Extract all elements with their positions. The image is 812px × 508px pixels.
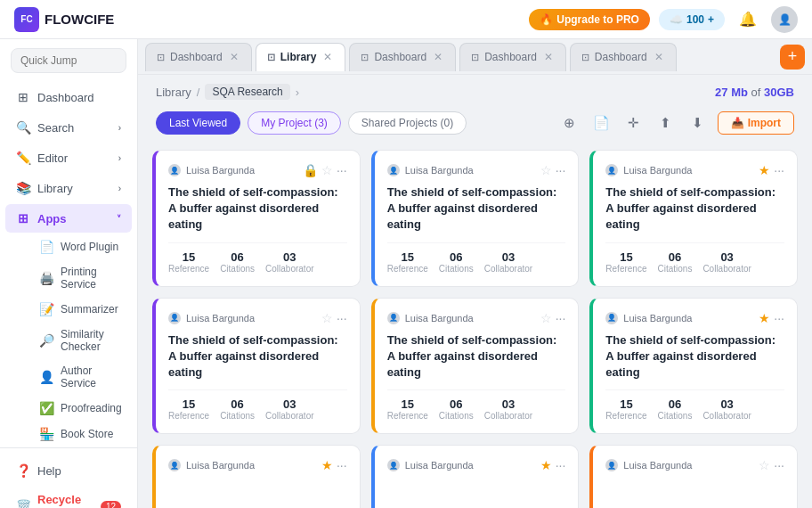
import-button[interactable]: 📥 Import bbox=[718, 111, 794, 135]
stat-citations: 06 Citations bbox=[657, 397, 692, 421]
sidebar-item-proofreading[interactable]: ✅ Proofreading bbox=[30, 396, 132, 421]
sidebar-item-apps[interactable]: ⊞ Apps ˅ bbox=[5, 204, 132, 233]
star-button[interactable]: ★ bbox=[759, 311, 770, 325]
tab-dashboard-2[interactable]: ⊡ Dashboard ✕ bbox=[349, 43, 456, 71]
card-item[interactable]: 👤 Luisa Bargunda ☆ ··· The shield of sel… bbox=[371, 150, 580, 287]
card-item[interactable]: 👤 Luisa Bargunda 🔒 ☆ ··· The shield of s… bbox=[152, 150, 361, 287]
dashboard-icon: ⊞ bbox=[16, 90, 30, 104]
sidebar-item-word-plugin[interactable]: 📄 Word Plugin bbox=[30, 234, 132, 259]
author-avatar: 👤 bbox=[605, 312, 618, 324]
notifications-button[interactable]: 🔔 bbox=[734, 5, 762, 34]
tab-close-button[interactable]: ✕ bbox=[321, 51, 334, 63]
more-options-button[interactable]: ··· bbox=[774, 458, 784, 472]
more-options-button[interactable]: ··· bbox=[556, 458, 566, 472]
card-title: The shield of self-compassion: A buffer … bbox=[387, 332, 566, 381]
more-options-button[interactable]: ··· bbox=[774, 311, 784, 325]
similarity-icon: 🔎 bbox=[39, 333, 53, 348]
stat-num: 06 bbox=[657, 397, 692, 411]
star-button[interactable]: ★ bbox=[321, 458, 333, 472]
upgrade-button[interactable]: 🔥 Upgrade to PRO bbox=[529, 9, 650, 30]
tab-close-button[interactable]: ✕ bbox=[653, 51, 665, 63]
stat-label: Citations bbox=[439, 411, 474, 421]
import-label: Import bbox=[748, 117, 781, 129]
sidebar-item-similarity-checker[interactable]: 🔎 Similarity Checker bbox=[30, 323, 132, 358]
tab-dashboard-3[interactable]: ⊡ Dashboard ✕ bbox=[459, 43, 566, 71]
filter-last-viewed[interactable]: Last Viewed bbox=[156, 111, 240, 135]
star-button[interactable]: ☆ bbox=[759, 458, 770, 472]
breadcrumb-root[interactable]: Library bbox=[156, 86, 191, 99]
more-options-button[interactable]: ··· bbox=[556, 163, 566, 177]
tab-library[interactable]: ⊡ Library ✕ bbox=[256, 43, 346, 71]
more-options-button[interactable]: ··· bbox=[556, 311, 566, 325]
tab-close-button[interactable]: ✕ bbox=[228, 51, 240, 63]
tab-dashboard-4[interactable]: ⊡ Dashboard ✕ bbox=[570, 43, 677, 71]
stat-num: 06 bbox=[657, 250, 692, 264]
star-button[interactable]: ☆ bbox=[540, 163, 552, 177]
move-action-button[interactable]: ✛ bbox=[621, 111, 646, 135]
author-icon: 👤 bbox=[39, 370, 53, 384]
search-input[interactable] bbox=[11, 48, 126, 73]
fire-icon: 🔥 bbox=[540, 13, 553, 26]
apps-submenu: 📄 Word Plugin 🖨️ Printing Service 📝 Summ… bbox=[0, 234, 137, 447]
upload-action-button[interactable]: ⬆ bbox=[654, 111, 678, 135]
stat-citations: 06 Citations bbox=[657, 250, 692, 274]
tab-close-button[interactable]: ✕ bbox=[432, 51, 444, 63]
tab-dashboard-1[interactable]: ⊡ Dashboard ✕ bbox=[145, 43, 252, 71]
filter-my-project[interactable]: My Project (3) bbox=[248, 111, 341, 135]
sidebar-item-help[interactable]: ❓ Help bbox=[5, 456, 132, 485]
stat-references: 15 Reference bbox=[605, 397, 646, 421]
add-tab-button[interactable]: + bbox=[780, 45, 805, 70]
card-title: The shield of self-compassion: A buffer … bbox=[168, 332, 347, 381]
tab-close-button[interactable]: ✕ bbox=[542, 51, 555, 63]
stat-collaborators: 03 Collaborator bbox=[702, 397, 751, 421]
stat-label: Collaborator bbox=[265, 411, 313, 421]
card-author: 👤 Luisa Bargunda bbox=[605, 459, 692, 471]
stat-citations: 06 Citations bbox=[439, 397, 474, 421]
card-actions: ☆ ··· bbox=[540, 163, 566, 177]
star-button[interactable]: ★ bbox=[540, 458, 552, 472]
stat-label: Reference bbox=[387, 411, 428, 421]
star-button[interactable]: ☆ bbox=[321, 311, 333, 325]
storage-label: of bbox=[751, 86, 761, 99]
card-header: 👤 Luisa Bargunda 🔒 ☆ ··· bbox=[168, 163, 347, 177]
card-item[interactable]: 👤 Luisa Bargunda ★ ··· 15 Reference 06 C… bbox=[152, 445, 361, 508]
card-item[interactable]: 👤 Luisa Bargunda ★ ··· The shield of sel… bbox=[589, 298, 798, 435]
card-item[interactable]: 👤 Luisa Bargunda ☆ ··· The shield of sel… bbox=[152, 298, 361, 435]
coins-button[interactable]: ☁️ 100 + bbox=[659, 9, 725, 30]
more-options-button[interactable]: ··· bbox=[774, 163, 784, 177]
card-item[interactable]: 👤 Luisa Bargunda ★ ··· The shield of sel… bbox=[589, 150, 798, 287]
sidebar-item-recycle-bin[interactable]: 🗑️ Recycle Bin 12 bbox=[5, 486, 132, 508]
card-item[interactable]: 👤 Luisa Bargunda ☆ ··· The shield of sel… bbox=[371, 298, 580, 435]
sidebar-item-author-service[interactable]: 👤 Author Service bbox=[30, 359, 132, 395]
header: FC FLOWCIFE 🔥 Upgrade to PRO ☁️ 100 + 🔔 … bbox=[0, 0, 812, 39]
card-actions: ★ ··· bbox=[759, 311, 784, 325]
file-action-button[interactable]: 📄 bbox=[589, 111, 614, 135]
add-action-button[interactable]: ⊕ bbox=[557, 111, 582, 135]
sidebar-item-summarizer[interactable]: 📝 Summarizer bbox=[30, 297, 132, 322]
sidebar-item-search[interactable]: 🔍 Search › bbox=[5, 113, 132, 142]
card-item[interactable]: 👤 Luisa Bargunda ★ ··· 15 Reference 06 C… bbox=[371, 445, 580, 508]
more-options-button[interactable]: ··· bbox=[337, 311, 347, 325]
filter-shared-projects[interactable]: Shared Projects (0) bbox=[348, 111, 467, 135]
star-button[interactable]: ★ bbox=[759, 163, 770, 177]
logo-icon: FC bbox=[14, 7, 39, 32]
breadcrumb-current[interactable]: SQA Research bbox=[205, 84, 289, 100]
tab-label: Dashboard bbox=[484, 51, 537, 63]
library-header: Library / SQA Research › 27 Mb of 30GB bbox=[138, 75, 812, 105]
sidebar-item-book-store[interactable]: 🏪 Book Store bbox=[30, 422, 132, 447]
sidebar-item-library[interactable]: 📚 Library › bbox=[5, 174, 132, 202]
star-button[interactable]: ☆ bbox=[321, 163, 333, 177]
download-action-button[interactable]: ⬇ bbox=[686, 111, 710, 135]
more-options-button[interactable]: ··· bbox=[337, 458, 347, 472]
star-button[interactable]: ☆ bbox=[540, 311, 552, 325]
card-header: 👤 Luisa Bargunda ☆ ··· bbox=[387, 163, 566, 177]
sidebar-item-editor[interactable]: ✏️ Editor › bbox=[5, 143, 132, 172]
more-options-button[interactable]: ··· bbox=[337, 163, 347, 177]
card-item[interactable]: 👤 Luisa Bargunda ☆ ··· 15 Reference 06 C… bbox=[589, 445, 798, 508]
sidebar-item-printing-service[interactable]: 🖨️ Printing Service bbox=[30, 260, 132, 296]
sidebar-item-dashboard[interactable]: ⊞ Dashboard bbox=[5, 83, 132, 111]
stat-references: 15 Reference bbox=[605, 250, 646, 274]
avatar[interactable]: 👤 bbox=[771, 6, 798, 33]
card-stats: 15 Reference 06 Citations 03 Collaborato… bbox=[168, 389, 347, 421]
card-author: 👤 Luisa Bargunda bbox=[387, 164, 474, 176]
